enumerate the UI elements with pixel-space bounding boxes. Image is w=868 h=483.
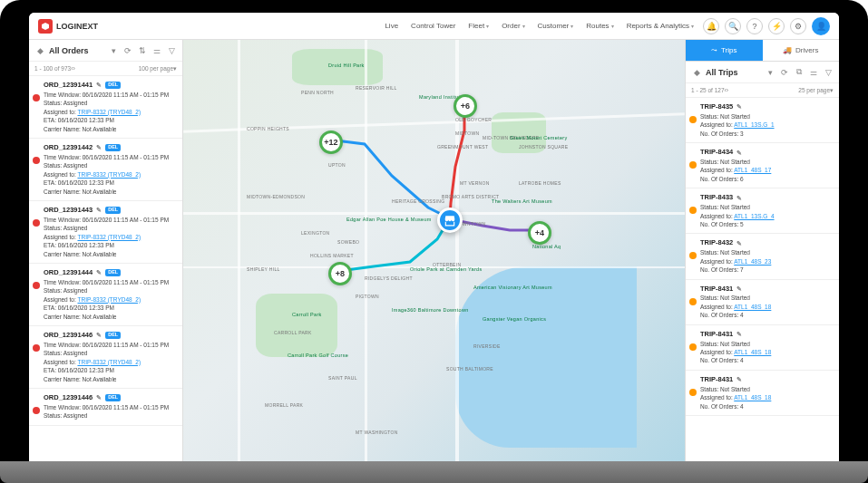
chevron-down-icon[interactable]: ▾ [108, 45, 119, 56]
map-district-label: UPTON [328, 162, 346, 168]
chevron-down-icon[interactable]: ▾ [765, 67, 775, 78]
order-card[interactable]: ORD_12391443 ✎ DEL Time Window: 06/16/20… [29, 201, 182, 264]
vehicle-link[interactable]: ATL1_48S_18 [734, 349, 771, 355]
map-district-label: GREENMOUNT WEST [437, 144, 488, 150]
order-card[interactable]: ORD_12391441 ✎ DEL Time Window: 06/16/20… [29, 76, 182, 139]
hub-marker[interactable] [437, 208, 463, 233]
trip-link[interactable]: TRIP-8332 (TRYD48_2) [77, 234, 141, 240]
order-card[interactable]: ORD_12391446 ✎ DEL Time Window: 06/16/20… [29, 326, 182, 389]
tab-drivers[interactable]: 🚚Drivers [763, 40, 840, 61]
trip-link[interactable]: TRIP-8332 (TRYD48_2) [77, 296, 141, 303]
main-content: ◆ All Orders ▾ ⟳ ⇅ ⚌ ▽ 1 - 100 of 973 ‹ … [29, 40, 839, 483]
edit-icon[interactable]: ✎ [96, 206, 102, 215]
trip-link[interactable]: TRIP-8332 (TRYD48_2) [77, 109, 141, 115]
nav-live[interactable]: Live [385, 22, 398, 30]
edit-icon[interactable]: ✎ [736, 330, 742, 339]
status-row: Status: Not Started [700, 340, 834, 348]
nav-control-tower[interactable]: Control Tower [411, 22, 455, 30]
nav-customer[interactable]: Customer▾ [538, 22, 574, 30]
vehicle-link[interactable]: ATL1_13S.G_1 [734, 121, 774, 128]
cluster-marker[interactable]: +8 [328, 262, 352, 285]
map-park [256, 294, 337, 357]
vehicle-link[interactable]: ATL1_48S_18 [734, 304, 771, 310]
top-navigation: LOGINEXT Live Control Tower Fleet▾ Order… [29, 13, 839, 40]
order-id: ORD_12391441 [44, 81, 93, 91]
edit-icon[interactable]: ✎ [736, 149, 742, 158]
tab-trips[interactable]: ⤳Trips [686, 40, 763, 61]
chevron-down-icon[interactable]: ▾ [173, 65, 177, 72]
app-screen: LOGINEXT Live Control Tower Fleet▾ Order… [29, 13, 839, 483]
edit-icon[interactable]: ✎ [96, 143, 102, 152]
copy-icon[interactable]: ⧉ [794, 67, 805, 78]
trips-list[interactable]: TRIP-8435 ✎ Status: Not Started Assigned… [686, 98, 839, 483]
trip-id: TRIP-8433 [700, 193, 733, 203]
trip-card[interactable]: TRIP-8433 ✎ Status: Not Started Assigned… [686, 188, 839, 234]
map-district-label: COPPIN HEIGHTS [247, 126, 289, 131]
sort-icon[interactable]: ⇅ [137, 45, 148, 56]
brand-logo[interactable]: LOGINEXT [38, 19, 98, 34]
edit-icon[interactable]: ✎ [96, 268, 102, 277]
cluster-marker[interactable]: +12 [319, 130, 343, 154]
map-district-label: MIDTOWN [455, 130, 479, 136]
vehicle-link[interactable]: ATL1_13S.G_4 [734, 213, 774, 219]
cluster-marker[interactable]: +4 [528, 221, 551, 245]
edit-icon[interactable]: ✎ [736, 285, 742, 294]
order-card[interactable]: ORD_12391442 ✎ DEL Time Window: 06/16/20… [29, 139, 182, 201]
filter-icon[interactable]: ▽ [823, 67, 834, 78]
assigned-row: Assigned to: TRIP-8332 (TRYD48_2) [44, 108, 177, 116]
carrier-row: Carrier Name: Not Available [44, 313, 177, 321]
trip-card[interactable]: TRIP-8431 ✎ Status: Not Started Assigned… [686, 371, 839, 416]
trip-card[interactable]: TRIP-8431 ✎ Status: Not Started Assigned… [686, 325, 839, 371]
edit-icon[interactable]: ✎ [96, 331, 102, 340]
edit-icon[interactable]: ✎ [96, 81, 102, 90]
adjust-icon[interactable]: ⚌ [808, 67, 819, 78]
trip-card[interactable]: TRIP-8431 ✎ Status: Not Started Assigned… [686, 280, 839, 325]
nav-order[interactable]: Order▾ [502, 22, 524, 30]
assigned-row: Assigned to: ATL1_48S_18 [700, 393, 834, 401]
order-card[interactable]: ORD_12391444 ✎ DEL Time Window: 06/16/20… [29, 264, 182, 326]
status-row: Status: Not Started [700, 248, 834, 256]
trip-card[interactable]: TRIP-8432 ✎ Status: Not Started Assigned… [686, 234, 839, 279]
map-district-label: LEXINGTON [301, 230, 330, 236]
bolt-icon[interactable]: ⚡ [768, 18, 785, 34]
adjust-icon[interactable]: ⚌ [151, 45, 162, 56]
trip-card[interactable]: TRIP-8435 ✎ Status: Not Started Assigned… [686, 98, 839, 143]
bell-icon[interactable]: 🔔 [703, 18, 719, 34]
gear-icon[interactable]: ⚙ [790, 18, 806, 34]
next-page-icon[interactable]: › [73, 65, 74, 72]
help-icon[interactable]: ? [746, 18, 763, 34]
filter-icon[interactable]: ▽ [166, 45, 177, 56]
vehicle-link[interactable]: ATL1_48S_18 [734, 394, 771, 401]
trip-link[interactable]: TRIP-8332 (TRYD48_2) [77, 359, 141, 365]
edit-icon[interactable]: ✎ [736, 375, 742, 384]
order-card[interactable]: ORD_12391446 ✎ DEL Time Window: 06/16/20… [29, 389, 182, 426]
edit-icon[interactable]: ✎ [96, 393, 102, 402]
vehicle-link[interactable]: ATL1_48S_23 [734, 258, 771, 265]
vehicle-link[interactable]: ATL1_48S_17 [734, 167, 771, 173]
nav-reports[interactable]: Reports & Analytics▾ [627, 22, 694, 30]
status-dot [33, 157, 40, 164]
trip-card[interactable]: TRIP-8434 ✎ Status: Not Started Assigned… [686, 143, 839, 188]
edit-icon[interactable]: ✎ [736, 194, 742, 203]
refresh-icon[interactable]: ⟳ [122, 45, 133, 56]
next-page-icon[interactable]: › [727, 87, 728, 93]
assigned-row: Assigned to: TRIP-8332 (TRYD48_2) [44, 295, 177, 304]
carrier-row: Carrier Name: Not Available [44, 188, 177, 196]
nav-routes[interactable]: Routes▾ [586, 22, 613, 30]
orders-list[interactable]: ORD_12391441 ✎ DEL Time Window: 06/16/20… [29, 76, 182, 483]
chevron-down-icon[interactable]: ▾ [830, 87, 834, 94]
eta-row: ETA: 06/16/2020 12:33 PM [44, 366, 177, 374]
refresh-icon[interactable]: ⟳ [779, 67, 790, 78]
edit-icon[interactable]: ✎ [736, 102, 742, 111]
cluster-marker[interactable]: +6 [454, 94, 477, 118]
chevron-down-icon: ▾ [486, 23, 489, 29]
nav-fleet[interactable]: Fleet▾ [468, 22, 489, 30]
user-avatar[interactable]: 👤 [812, 17, 830, 35]
status-dot [689, 116, 697, 123]
search-icon[interactable]: 🔍 [725, 18, 741, 34]
map-view[interactable]: RESERVOIR HILLPENN NORTHCOPPIN HEIGHTSUP… [183, 40, 685, 483]
status-row: Status: Not Started [700, 158, 834, 166]
edit-icon[interactable]: ✎ [736, 239, 742, 248]
trips-pagination: 1 - 25 of 127 ‹ › 25 per page ▾ [686, 83, 839, 98]
trip-link[interactable]: TRIP-8332 (TRYD48_2) [77, 171, 141, 178]
